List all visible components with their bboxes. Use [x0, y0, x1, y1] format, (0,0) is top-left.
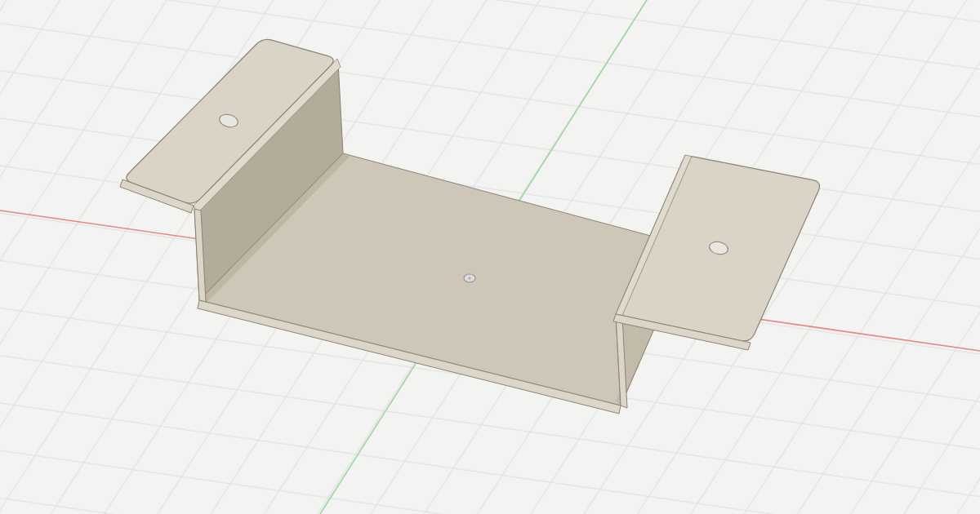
cad-viewport[interactable] [0, 0, 980, 514]
cad-3d-canvas[interactable] [0, 0, 980, 514]
origin-marker-center-dot [468, 277, 470, 279]
origin-marker[interactable] [464, 274, 475, 282]
